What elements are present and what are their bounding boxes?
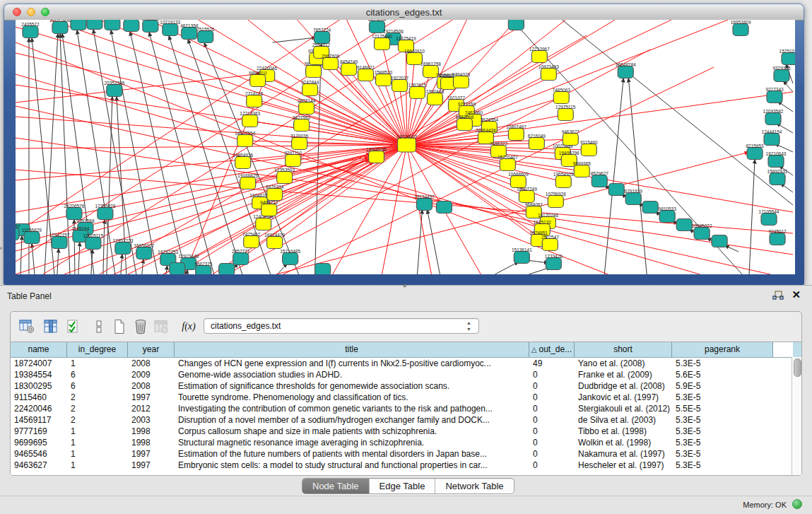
graph-node[interactable] xyxy=(219,264,235,275)
table-cell[interactable]: 2 xyxy=(67,392,128,403)
graph-node[interactable] xyxy=(267,237,283,249)
graph-node[interactable] xyxy=(558,109,573,121)
graph-node[interactable] xyxy=(508,129,524,141)
graph-node[interactable] xyxy=(768,156,784,168)
control-panel-grip[interactable]: ▸ xyxy=(0,243,4,253)
graph-node[interactable] xyxy=(242,115,258,127)
graph-node[interactable] xyxy=(519,191,534,203)
table-cell[interactable]: 6 xyxy=(67,369,128,380)
table-options-icon[interactable] xyxy=(18,318,35,335)
table-cell[interactable]: 1 xyxy=(67,460,128,471)
graph-node[interactable] xyxy=(514,252,529,264)
tab-node-table[interactable]: Node Table xyxy=(302,479,370,493)
table-cell[interactable]: 5.3E-5 xyxy=(672,448,773,460)
new-file-icon[interactable] xyxy=(111,318,128,335)
table-row[interactable]: 911546021997Tourette syndrome. Phenomeno… xyxy=(11,392,801,403)
table-cell[interactable]: 1998 xyxy=(128,437,175,448)
column-header-name[interactable]: name xyxy=(11,342,67,357)
network-window-titlebar[interactable]: citations_edges.txt xyxy=(4,4,804,21)
graph-node[interactable] xyxy=(581,144,596,156)
graph-node[interactable] xyxy=(52,22,68,34)
graph-node[interactable] xyxy=(341,64,357,76)
column-header-pagerank[interactable]: pagerank xyxy=(672,342,773,357)
table-cell[interactable]: 1 xyxy=(67,448,128,460)
table-scrollbar[interactable] xyxy=(792,357,801,475)
network-graph[interactable]: 2435572206914061065328715276026466160107… xyxy=(16,20,795,274)
column-header-out_de[interactable]: △out_de... xyxy=(529,342,575,357)
scrollbar-thumb[interactable] xyxy=(794,358,801,377)
table-cell[interactable]: 2008 xyxy=(128,358,175,369)
network-canvas[interactable]: 2435572206914061065328715276026466160107… xyxy=(16,20,795,274)
table-cell[interactable]: 1997 xyxy=(128,460,175,471)
graph-node[interactable] xyxy=(198,31,213,43)
table-cell[interactable]: 9463627 xyxy=(11,460,67,471)
table-cell[interactable]: Changes of HCN gene expression and I(f) … xyxy=(175,358,529,369)
table-cell[interactable]: 1 xyxy=(67,358,128,369)
table-cell[interactable]: 0 xyxy=(529,460,575,471)
table-row[interactable]: 1830029562008Estimation of significance … xyxy=(11,380,801,392)
graph-node[interactable] xyxy=(764,134,779,146)
graph-hub-node[interactable] xyxy=(398,138,416,152)
table-cell[interactable]: Structural magnetic resonance image aver… xyxy=(175,437,529,448)
graph-node[interactable] xyxy=(52,237,67,249)
table-cell[interactable]: 5.3E-5 xyxy=(672,460,773,471)
graph-node[interactable] xyxy=(115,243,131,255)
graph-node[interactable] xyxy=(261,204,277,216)
table-cell[interactable]: 2 xyxy=(67,414,128,426)
graph-node[interactable] xyxy=(314,32,330,44)
graph-node[interactable] xyxy=(286,155,301,167)
graph-node[interactable] xyxy=(124,20,139,32)
graph-node[interactable] xyxy=(765,113,781,125)
graph-node[interactable] xyxy=(283,253,298,265)
table-cell[interactable]: Tibbo et al. (1998) xyxy=(575,426,672,437)
table-cell[interactable]: 1 xyxy=(67,437,128,448)
table-row[interactable]: 946362711997Embryonic stem cells: a mode… xyxy=(11,460,801,471)
graph-node[interactable] xyxy=(24,232,40,244)
table-cell[interactable]: 2003 xyxy=(128,414,175,426)
edit-columns-icon[interactable] xyxy=(65,318,82,335)
graph-node[interactable] xyxy=(548,196,563,208)
table-cell[interactable]: 2009 xyxy=(128,369,175,380)
graph-node[interactable] xyxy=(676,219,692,231)
graph-node[interactable] xyxy=(427,93,442,105)
table-cell[interactable]: 22420046 xyxy=(11,403,67,414)
table-row[interactable]: 1872400712008Changes of HCN gene express… xyxy=(11,358,801,369)
table-cell[interactable]: Estimation of the future numbers of pati… xyxy=(175,448,529,460)
tab-edge-table[interactable]: Edge Table xyxy=(370,479,436,493)
graph-node[interactable] xyxy=(453,76,469,88)
graph-node[interactable] xyxy=(642,201,658,214)
table-cell[interactable]: 5.9E-5 xyxy=(672,380,773,392)
graph-node[interactable] xyxy=(267,189,283,201)
graph-node[interactable] xyxy=(306,66,322,78)
graph-node[interactable] xyxy=(618,66,633,78)
graph-node[interactable] xyxy=(250,75,266,87)
graph-node[interactable] xyxy=(299,103,314,115)
graph-node[interactable] xyxy=(563,134,578,146)
table-cell[interactable]: 5.3E-5 xyxy=(672,426,773,437)
graph-node[interactable] xyxy=(244,236,259,248)
graph-node[interactable] xyxy=(659,211,675,223)
table-cell[interactable]: 49 xyxy=(529,358,575,369)
graph-node[interactable] xyxy=(761,214,777,226)
table-cell[interactable]: 14569117 xyxy=(11,414,67,426)
graph-node[interactable] xyxy=(182,28,197,40)
graph-node[interactable] xyxy=(86,238,101,250)
graph-node[interactable] xyxy=(376,74,392,86)
column-header-title[interactable]: title xyxy=(175,342,529,357)
graph-node[interactable] xyxy=(143,21,158,33)
table-cell[interactable]: 19384554 xyxy=(11,369,67,380)
table-cell[interactable]: 1997 xyxy=(128,392,175,403)
graph-node[interactable] xyxy=(105,20,120,30)
graph-node[interactable] xyxy=(774,70,789,82)
table-cell[interactable]: Wolkin et al. (1998) xyxy=(575,437,672,448)
graph-node[interactable] xyxy=(574,165,589,177)
graph-node[interactable] xyxy=(508,20,524,30)
graph-node[interactable] xyxy=(277,172,293,184)
table-row[interactable]: 2242004622012Investigating the contribut… xyxy=(11,403,801,414)
graph-node[interactable] xyxy=(292,138,307,150)
import-table-icon[interactable] xyxy=(153,318,170,335)
graph-node[interactable] xyxy=(529,138,544,150)
graph-node[interactable] xyxy=(87,20,102,30)
tab-network-table[interactable]: Network Table xyxy=(435,479,513,493)
table-cell[interactable]: 2012 xyxy=(128,403,175,414)
